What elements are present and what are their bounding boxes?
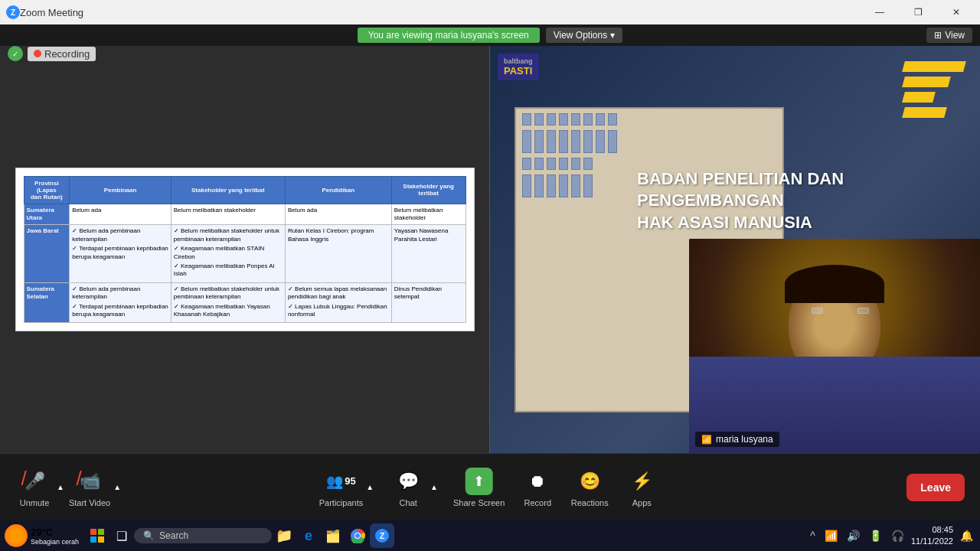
deco-bar (902, 92, 936, 103)
col-header-pendidikan: Pendidikan (285, 176, 391, 204)
video-feed: baltbang PASTI BADAN PENELITIAN DAN PENG… (490, 46, 980, 453)
toolbar-left-group: 🎤 / Unmute ▲ 📹 / Start Video ▲ (15, 468, 122, 507)
cell-stakeholder1: Belum melibatkan stakeholder (171, 204, 285, 225)
chat-icon: 💬 (394, 468, 422, 495)
screen-share-panel: Provinsi (Lapasdan Rutan) Pembinaan Stak… (0, 46, 490, 453)
clock-time: 08:45 (911, 524, 953, 536)
cell-pembinaan: Belum ada pembinaan keterampilan Terdapa… (70, 282, 172, 323)
cell-stakeholder1: Belum melibatkan stakeholder untuk pembi… (171, 225, 285, 282)
video-caret-icon[interactable]: ▲ (112, 481, 122, 493)
taskbar-search-box[interactable]: 🔍 Search (134, 528, 272, 543)
battery-icon[interactable]: 🔋 (867, 528, 884, 543)
windows-start-button[interactable] (85, 523, 109, 548)
cell-province: Sumatera Selatan (24, 282, 70, 323)
cell-stakeholder2: Dinus Pendidikan setempat (391, 282, 466, 323)
toolbar-right-group: Leave (906, 474, 965, 501)
deco-bar (902, 77, 951, 87)
start-video-button[interactable]: 📹 / Start Video (69, 468, 110, 507)
svg-rect-5 (98, 536, 104, 543)
temperature-display: 29°C (31, 527, 79, 538)
title-bar: Z Zoom Meeting — ❐ ✕ (0, 0, 980, 24)
col-header-pembinaan: Pembinaan (70, 176, 172, 204)
notification-icon[interactable]: 🔔 (958, 528, 975, 543)
cell-pendidikan: Belum ada (285, 204, 391, 225)
taskbar-explorer[interactable]: 🗂️ (321, 523, 345, 548)
maximize-button[interactable]: ❐ (900, 0, 936, 24)
speaker-name: maria lusyana (716, 434, 773, 445)
close-button[interactable]: ✕ (939, 0, 974, 24)
weather-description: Sebagian cerah (31, 538, 79, 546)
participants-button[interactable]: 👥 95 Participants (319, 468, 363, 507)
system-clock[interactable]: 08:45 11/11/2022 (911, 524, 953, 548)
overlay-line2: HAK ASASI MANUSIA (637, 212, 956, 234)
view-corner-button[interactable]: ⊞ View (926, 28, 972, 43)
record-button[interactable]: ⏺ Record (518, 468, 557, 507)
network-icon[interactable]: 📶 (822, 528, 840, 543)
chevron-up-icon[interactable]: ^ (808, 528, 818, 543)
svg-rect-4 (90, 536, 96, 543)
speaker-icon[interactable]: 🔊 (844, 528, 862, 543)
window-controls[interactable]: — ❐ ✕ (862, 0, 974, 24)
headphone-icon[interactable]: 🎧 (889, 528, 906, 543)
microphone-muted-icon: 🎤 / (21, 468, 48, 495)
taskbar-edge-browser[interactable]: e (296, 523, 321, 548)
video-camera-off-icon: 📹 / (76, 468, 103, 495)
weather-widget[interactable]: 29°C Sebagian cerah (5, 524, 79, 547)
chevron-down-icon: ▾ (610, 30, 615, 41)
recording-label: Recording (44, 48, 90, 60)
unmute-caret-icon[interactable]: ▲ (55, 481, 66, 493)
chat-caret-icon[interactable]: ▲ (429, 481, 439, 493)
reactions-label: Reactions (571, 498, 609, 507)
zoom-logo-icon: Z (6, 5, 20, 19)
taskbar-file-manager[interactable]: 📁 (272, 523, 296, 548)
signal-icon: 📶 (701, 435, 712, 445)
windows-taskbar: 29°C Sebagian cerah ❑ 🔍 Search 📁 e 🗂️ (0, 520, 980, 551)
col-header-stakeholder1: Stakeholder yang terlibat (171, 176, 285, 204)
recording-dot-icon (34, 50, 41, 57)
weather-info: 29°C Sebagian cerah (31, 527, 79, 546)
share-screen-icon: ⬆ (466, 468, 493, 495)
weather-icon (5, 524, 28, 547)
explorer-icon: 🗂️ (325, 529, 341, 543)
clock-date: 11/11/2022 (911, 536, 953, 547)
apps-icon: ⚡ (628, 468, 655, 495)
speaker-video-feed: 📶 maria lusyana (689, 239, 980, 453)
svg-rect-2 (90, 529, 96, 535)
view-options-button[interactable]: View Options ▾ (546, 28, 622, 43)
presentation-text-overlay: BADAN PENELITIAN DAN PENGEMBANGAN HAK AS… (637, 168, 956, 234)
screen-share-banner: You are viewing maria lusyana's screen V… (0, 24, 980, 46)
chat-group: 💬 Chat ▲ (389, 468, 439, 507)
zoom-toolbar: 🎤 / Unmute ▲ 📹 / Start Video ▲ (0, 453, 980, 520)
apps-button[interactable]: ⚡ Apps (622, 468, 661, 507)
participant-count: 95 (345, 475, 355, 487)
svg-rect-3 (98, 529, 104, 535)
start-video-group: 📹 / Start Video ▲ (69, 468, 122, 507)
taskbar-zoom[interactable]: Z (370, 523, 394, 548)
reactions-button[interactable]: 😊 Reactions (570, 468, 609, 507)
leave-button[interactable]: Leave (906, 474, 965, 501)
brand-logo: baltbang PASTI (498, 54, 539, 80)
participants-group: 👥 95 Participants ▲ (319, 468, 375, 507)
participants-caret-icon[interactable]: ▲ (364, 481, 375, 493)
minimize-button[interactable]: — (862, 0, 897, 24)
share-screen-button[interactable]: ⬆ Share Screen (453, 468, 505, 507)
taskbar-chrome[interactable] (345, 523, 370, 548)
overlay-line1: BADAN PENELITIAN DAN PENGEMBANGAN (637, 168, 956, 212)
svg-point-8 (355, 533, 360, 538)
data-table: Provinsi (Lapasdan Rutan) Pembinaan Stak… (24, 176, 466, 324)
cell-stakeholder2: Belum melibatkan stakeholder (391, 204, 466, 225)
mute-slash-icon: / (21, 468, 27, 488)
decorative-bars (903, 61, 965, 118)
chat-button[interactable]: 💬 Chat (389, 468, 427, 507)
cell-province: Sumatera Utara (24, 204, 70, 225)
banner-share-text: You are viewing maria lusyana's screen (358, 28, 540, 43)
cell-pembinaan: Belum ada pembinaan keterampilan Terdapa… (70, 225, 172, 282)
col-header-stakeholder2: Stakeholder yang terlibat (391, 176, 466, 204)
logo-pasti-text: PASTI (504, 65, 533, 77)
search-icon: 🔍 (143, 530, 155, 541)
unmute-button[interactable]: 🎤 / Unmute (15, 468, 54, 507)
task-view-button[interactable]: ❑ (109, 523, 134, 548)
reactions-icon: 😊 (576, 468, 603, 495)
view-corner-label: View (945, 30, 965, 41)
zoom-taskbar-icon: Z (374, 528, 390, 543)
